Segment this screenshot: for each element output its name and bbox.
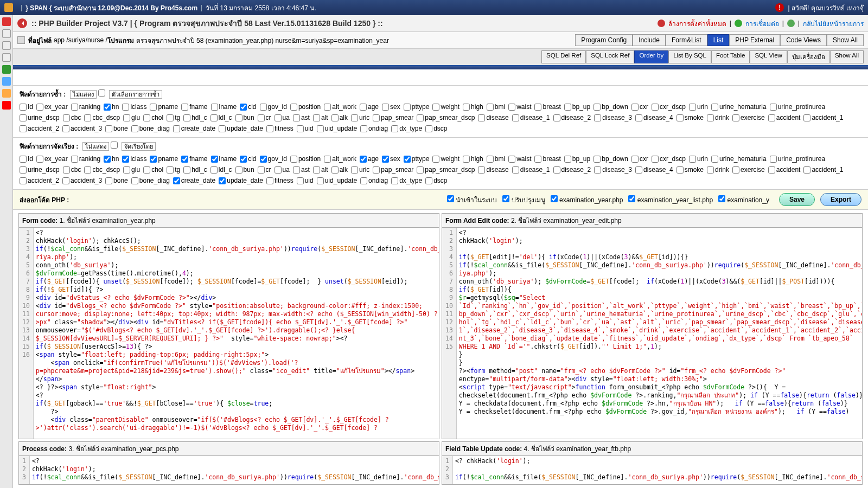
- field-bmi[interactable]: bmi: [487, 153, 505, 164]
- field-alk[interactable]: alk: [331, 112, 348, 123]
- back-button[interactable]: [17, 18, 27, 28]
- field-urine_hematuria[interactable]: urine_hematuria: [711, 101, 767, 112]
- export-opt[interactable]: examination_year_list.php: [628, 195, 713, 204]
- field-glu[interactable]: glu: [123, 164, 140, 175]
- calendar-icon[interactable]: [2, 77, 11, 86]
- field-lname[interactable]: lname: [211, 153, 237, 164]
- field-waist[interactable]: waist: [508, 153, 531, 164]
- field-accident[interactable]: accident: [768, 164, 801, 175]
- field-bp_up[interactable]: bp_up: [564, 101, 590, 112]
- form-edit-code-body[interactable]: 1 2 3 4 5 6 7 8 9 10 11 12 13 14 15 <? c…: [442, 228, 862, 439]
- field-Id[interactable]: Id: [20, 153, 33, 164]
- field-pap_smear_dscp[interactable]: pap_smear_dscp: [417, 112, 475, 123]
- field-uric[interactable]: uric: [351, 164, 369, 175]
- field-high[interactable]: high: [463, 101, 483, 112]
- field-disease_4[interactable]: disease_4: [635, 164, 673, 175]
- field-accident_1[interactable]: accident_1: [803, 112, 843, 123]
- field-bone[interactable]: bone: [105, 175, 128, 186]
- refresh-icon[interactable]: [787, 20, 795, 27]
- field-bmi[interactable]: bmi: [487, 101, 505, 112]
- sort-show-select[interactable]: ไม่แสดง: [82, 142, 109, 151]
- field-pname[interactable]: pname: [150, 153, 178, 164]
- field-fname[interactable]: fname: [181, 153, 207, 164]
- clear-config-link[interactable]: ล้างการตั้งค่าทั้งหมด: [668, 18, 726, 29]
- field-fname[interactable]: fname: [181, 101, 207, 112]
- field-age[interactable]: age: [360, 101, 379, 112]
- field-ua[interactable]: ua: [275, 112, 290, 123]
- export-opt[interactable]: ปรับปรุงเมนู: [502, 195, 545, 205]
- field-update_date[interactable]: update_date: [219, 175, 263, 186]
- field-ua[interactable]: ua: [275, 164, 290, 175]
- field-hn[interactable]: hn: [104, 153, 119, 164]
- field-update_date[interactable]: update_date: [219, 123, 263, 134]
- field-high[interactable]: high: [463, 153, 483, 164]
- field-disease_1[interactable]: disease_1: [512, 112, 550, 123]
- field-dx_type[interactable]: dx_type: [391, 175, 422, 186]
- field-chol[interactable]: chol: [143, 112, 163, 123]
- field-ondiag[interactable]: ondiag: [360, 123, 388, 134]
- tab-program-config[interactable]: Program Config: [575, 34, 633, 46]
- field-alt[interactable]: alt: [313, 164, 328, 175]
- subtab-0[interactable]: SQL Del Ref: [541, 50, 586, 63]
- field-weight[interactable]: weight: [432, 101, 459, 112]
- field-fitness[interactable]: fitness: [266, 123, 293, 134]
- field-age[interactable]: age: [360, 153, 379, 164]
- field-pap_smear_dscp[interactable]: pap_smear_dscp: [417, 164, 475, 175]
- field-exercise[interactable]: exercise: [732, 164, 765, 175]
- subtab-3[interactable]: List By SQL: [668, 50, 711, 63]
- copy-icon[interactable]: [2, 53, 11, 62]
- globe-icon[interactable]: [2, 65, 11, 74]
- field-position[interactable]: position: [290, 153, 321, 164]
- form-code-body[interactable]: 1 2 3 4 5 6 7 8 9 10 11 12 13 14 15 16 <…: [19, 228, 439, 439]
- field-weight[interactable]: weight: [432, 153, 459, 164]
- field-bone_diag[interactable]: bone_diag: [131, 175, 170, 186]
- field-cid[interactable]: cid: [240, 101, 256, 112]
- subtab-1[interactable]: SQL Lock Ref: [586, 50, 634, 63]
- field-cr[interactable]: cr: [258, 112, 271, 123]
- field-bun[interactable]: bun: [235, 112, 254, 123]
- field-disease[interactable]: disease: [478, 164, 508, 175]
- field-bone_diag[interactable]: bone_diag: [131, 123, 170, 134]
- field-drink[interactable]: drink: [707, 112, 729, 123]
- back-icon[interactable]: [2, 17, 11, 26]
- alert-icon[interactable]: !: [775, 3, 784, 12]
- save-button[interactable]: Save: [779, 193, 815, 206]
- field-ex_year[interactable]: ex_year: [36, 101, 68, 112]
- field-pname[interactable]: pname: [150, 101, 178, 112]
- field-create_date[interactable]: create_date: [173, 175, 215, 186]
- link-icon[interactable]: [735, 20, 742, 27]
- export-button[interactable]: Export: [820, 193, 861, 206]
- export-opt[interactable]: นำเข้าในระบบ: [447, 195, 497, 205]
- field-cbc[interactable]: cbc: [63, 112, 81, 123]
- doc-icon[interactable]: [2, 29, 11, 38]
- tab-list[interactable]: List: [707, 34, 730, 46]
- field-urine_protinurea[interactable]: urine_protinurea: [770, 101, 825, 112]
- field-ldl_c[interactable]: ldl_c: [210, 164, 232, 175]
- field-ast[interactable]: ast: [293, 112, 310, 123]
- delete-icon[interactable]: [658, 20, 665, 27]
- subtab-7[interactable]: Show All: [830, 50, 864, 63]
- field-pap_smear[interactable]: pap_smear: [373, 164, 413, 175]
- tab-php-external[interactable]: PHP External: [729, 34, 780, 46]
- field-dscp[interactable]: dscp: [425, 175, 447, 186]
- field-cid[interactable]: cid: [240, 153, 256, 164]
- subtab-2[interactable]: Order by: [634, 50, 668, 63]
- field-disease_1[interactable]: disease_1: [512, 164, 550, 175]
- tab-show-all[interactable]: Show All: [827, 34, 864, 46]
- field-fitness[interactable]: fitness: [266, 175, 293, 186]
- ftb-code-body[interactable]: 1 2 3 <? chkHack('login'); if(!$cal_conn…: [442, 456, 862, 484]
- field-accident[interactable]: accident: [768, 112, 801, 123]
- field-smoke[interactable]: smoke: [676, 164, 704, 175]
- field-uid[interactable]: uid: [297, 175, 314, 186]
- process-code-body[interactable]: 1 2 3 <? chkHack('login'); if(!$cal_conn…: [19, 456, 439, 484]
- field-dx_type[interactable]: dx_type: [391, 123, 422, 134]
- field-ex_year[interactable]: ex_year: [36, 153, 68, 164]
- field-urine_protinurea[interactable]: urine_protinurea: [770, 153, 825, 164]
- close-icon[interactable]: [2, 101, 11, 110]
- field-create_date[interactable]: create_date: [173, 123, 215, 134]
- field-urin[interactable]: urin: [689, 153, 708, 164]
- field-alt_work[interactable]: alt_work: [324, 101, 356, 112]
- field-bone[interactable]: bone: [105, 123, 128, 134]
- field-urin[interactable]: urin: [689, 101, 708, 112]
- dup-opt-check[interactable]: [98, 89, 105, 97]
